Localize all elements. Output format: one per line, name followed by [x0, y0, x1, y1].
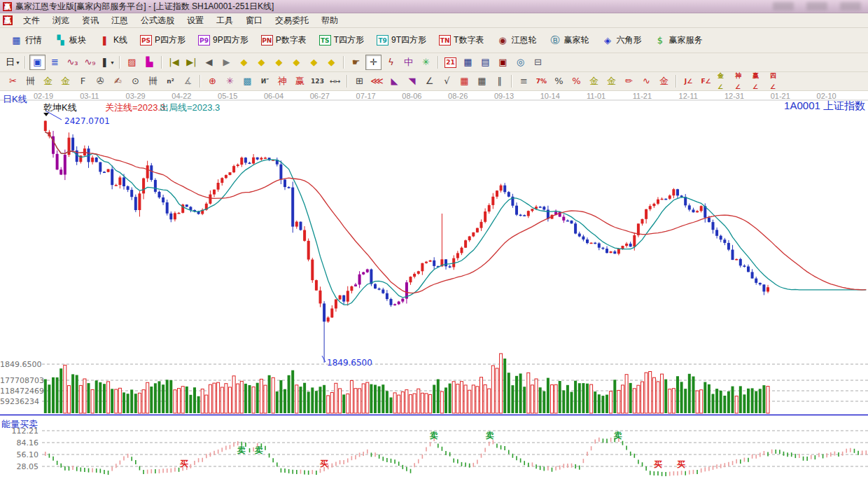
number-grid-tool[interactable]: 123 [309, 74, 326, 89]
f-ruler-tool[interactable]: F [75, 74, 91, 89]
gold-circle-tool[interactable]: 金 [586, 74, 602, 89]
spiral-tool[interactable]: ✇ [92, 74, 108, 89]
box-measure-tool[interactable]: ⊞ [351, 74, 368, 89]
menu-江恩[interactable]: 江恩 [105, 13, 134, 28]
menu-交易委托[interactable]: 交易委托 [269, 13, 315, 28]
ruler-pencil-tool[interactable]: ✍ [110, 74, 126, 89]
t-square-button[interactable]: TST四方形 [314, 32, 370, 48]
mirror-angle-tool[interactable]: ∡ [180, 74, 196, 89]
t-number-table-button[interactable]: TNT数字表 [433, 32, 489, 48]
percent-line-tool[interactable]: % [568, 74, 584, 89]
window-controls-blurred[interactable] [773, 2, 861, 11]
wave-9-icon[interactable]: ∿₉ [82, 55, 98, 70]
black-grid-tool[interactable]: ▦ [474, 74, 490, 89]
parallel-line-tool[interactable]: ∥ [491, 74, 507, 89]
title-bar[interactable]: 赢 赢家江恩专业版[赢家内部服务平台] - [上证指数 SH1A0001-251… [0, 0, 868, 13]
brush-tool[interactable]: ✏ [621, 74, 637, 89]
quotes-button[interactable]: ▦行情 [5, 32, 48, 48]
calendar-button[interactable]: 21 [442, 55, 458, 70]
percent-tool[interactable]: % [551, 74, 567, 89]
n-square-tool[interactable]: n² [162, 74, 178, 89]
menu-浏览[interactable]: 浏览 [46, 13, 76, 28]
period-day-dropdown[interactable]: 日▼ [5, 55, 21, 70]
gold-ruler-tool[interactable]: 金 [40, 74, 56, 89]
notes-button[interactable]: ▤ [477, 55, 493, 70]
menu-资讯[interactable]: 资讯 [76, 13, 105, 28]
fan-box-tool[interactable]: ◥ [404, 74, 420, 89]
angle-f-tool[interactable]: F∠ [698, 74, 714, 89]
menu-工具[interactable]: 工具 [210, 13, 239, 28]
kline-button[interactable]: ❚K线 [93, 32, 133, 48]
knife-tool[interactable]: ✂ [5, 74, 21, 89]
p-number-table-button[interactable]: PNP数字表 [255, 32, 312, 48]
calculator-button[interactable]: ▦ [460, 55, 476, 70]
candle-style-dropdown-caret-icon[interactable]: ▼ [110, 60, 115, 65]
info-doc-icon[interactable]: ≣ [47, 55, 63, 70]
pan-hand-tool[interactable]: ☛ [348, 55, 364, 70]
tick-ruler-tool[interactable]: 卌 [145, 74, 161, 89]
volume-profile-icon[interactable]: ▙ [141, 55, 158, 70]
chart-canvas[interactable] [0, 91, 868, 479]
p-square-button[interactable]: PSP四方形 [134, 32, 191, 48]
sectors-button[interactable]: ▚板块 [49, 32, 92, 48]
next-bar-button[interactable]: ▶ [218, 55, 234, 70]
angle-ying-tool[interactable]: 赢∠ [750, 74, 766, 89]
print-button[interactable]: ⊟ [530, 55, 546, 70]
target-circle-tool[interactable]: ⊕ [204, 74, 220, 89]
square-web-tool[interactable]: ▩ [239, 74, 255, 89]
h-range-button[interactable]: ◆ [271, 55, 287, 70]
winner-service-button[interactable]: $赢家服务 [648, 32, 708, 48]
percent-retrace-tool[interactable]: 7% [533, 74, 550, 89]
gann-purple-tool[interactable]: 中 [400, 55, 416, 70]
angle-gold-tool[interactable]: 金∠ [715, 74, 732, 89]
chart-area[interactable]: 02-1903-1103-2904-2205-1506-0406-2707-17… [0, 91, 868, 479]
expand-button[interactable]: ◆ [306, 55, 322, 70]
compress-button[interactable]: ◆ [288, 55, 304, 70]
fractal-tool[interactable]: ✳ [418, 55, 434, 70]
gann-ruler-tool[interactable]: 卌 [22, 74, 38, 89]
ying-ruler-tool[interactable]: 赢 [292, 74, 308, 89]
spider-web-tool[interactable]: ✳ [222, 74, 238, 89]
goto-first-button[interactable]: |◀ [166, 55, 182, 70]
polyline-tool[interactable]: ϟ [383, 55, 399, 70]
menu-设置[interactable]: 设置 [181, 13, 210, 28]
pattern-icon[interactable]: ▨ [124, 55, 140, 70]
angle-four-tool[interactable]: 四∠ [768, 74, 784, 89]
wave-3-icon[interactable]: ∿₃ [64, 55, 80, 70]
minimize-button[interactable] [773, 2, 794, 11]
crosshair-tool[interactable]: ✛ [365, 55, 382, 70]
gold-ruler2-tool[interactable]: 金 [57, 74, 74, 89]
menu-文件[interactable]: 文件 [17, 13, 46, 28]
shift-left-button[interactable]: ◆ [236, 55, 252, 70]
price-ladder-tool[interactable]: ≡ [516, 74, 532, 89]
time-cycle-tool[interactable]: ⊙ [127, 74, 144, 89]
save-button[interactable]: ▣ [495, 55, 511, 70]
price-mark-tool[interactable]: И″ [257, 74, 273, 89]
red-grid-tool[interactable]: ▦ [456, 74, 472, 89]
hexagon-button[interactable]: ◈六角形 [596, 32, 647, 48]
candle-style-dropdown[interactable]: ❚▼ [99, 55, 115, 70]
shen-ruler-tool[interactable]: 神 [274, 74, 290, 89]
overlay-dropdown-arrow-icon[interactable] [43, 113, 49, 116]
menu-帮助[interactable]: 帮助 [315, 13, 344, 28]
prev-bar-button[interactable]: ◀ [201, 55, 217, 70]
angle-shen-tool[interactable]: 神∠ [733, 74, 749, 89]
winner-wheel-button[interactable]: Ⓑ赢家轮 [543, 32, 594, 48]
9t-square-button[interactable]: T99T四方形 [371, 32, 432, 48]
maximize-button[interactable] [806, 2, 827, 11]
wave-band-tool[interactable]: ∿ [638, 74, 654, 89]
shift-right-button[interactable]: ◆ [253, 55, 270, 70]
close-button[interactable] [840, 2, 861, 11]
fan-purple-tool[interactable]: ◣ [386, 74, 402, 89]
menu-公式选股[interactable]: 公式选股 [134, 13, 181, 28]
menu-窗口[interactable]: 窗口 [239, 13, 269, 28]
overview-icon[interactable]: ▣ [29, 55, 46, 70]
goto-last-button[interactable]: ▶| [183, 55, 200, 70]
export-web-button[interactable]: ◎ [512, 55, 528, 70]
width-measure-tool[interactable]: ↤↦ [327, 74, 343, 89]
trend-angle-tool[interactable]: ∠ [421, 74, 438, 89]
gold-line-tool[interactable]: 金 [603, 74, 620, 89]
9p-square-button[interactable]: P99P四方形 [192, 32, 254, 48]
gann-wheel-button[interactable]: ◉江恩轮 [491, 32, 542, 48]
reset-zoom-button[interactable]: ◆ [323, 55, 340, 70]
